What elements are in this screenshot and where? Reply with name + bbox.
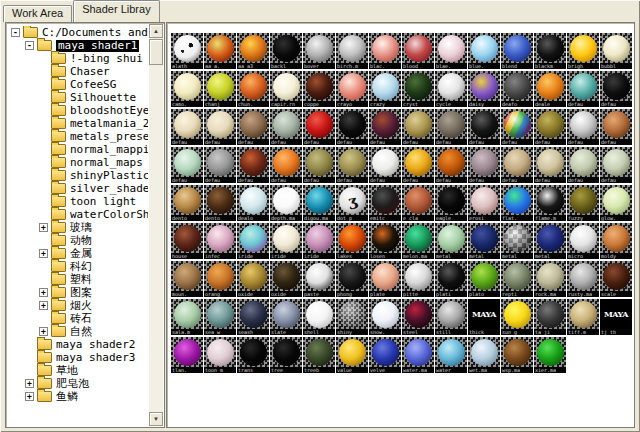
shader-thumbnail[interactable]: erosi xyxy=(468,185,500,221)
expand-toggle-icon[interactable]: + xyxy=(39,249,48,258)
shader-thumbnail[interactable]: deale xyxy=(534,71,566,107)
shader-thumbnail[interactable]: emitc xyxy=(369,185,401,221)
shader-thumbnail[interactable]: slate xyxy=(270,299,302,335)
shader-thumbnail[interactable]: sala.m xyxy=(171,299,203,335)
shader-thumbnail[interactable]: melon.ma xyxy=(402,223,434,259)
shader-thumbnail[interactable]: crayo xyxy=(336,71,368,107)
expand-toggle-icon[interactable]: + xyxy=(25,392,34,401)
shader-thumbnail[interactable]: xier.ma xyxy=(534,337,566,373)
tree-item[interactable]: toon light xyxy=(8,195,148,208)
shader-thumbnail[interactable]: rusty.ma xyxy=(567,261,599,297)
tree-item[interactable]: +玻璃 xyxy=(8,221,148,234)
expand-toggle-icon[interactable]: + xyxy=(39,223,48,232)
shader-thumbnail[interactable]: steel xyxy=(402,299,434,335)
shader-thumbnail[interactable]: blackm xyxy=(534,33,566,69)
shader-thumbnail[interactable]: plato xyxy=(468,261,500,297)
shader-thumbnail[interactable]: defau xyxy=(534,147,566,183)
shader-thumbnail[interactable]: wet.ma xyxy=(468,337,500,373)
expand-toggle-icon[interactable]: + xyxy=(39,327,48,336)
shader-thumbnail[interactable]: defau xyxy=(237,109,269,145)
shader-thumbnail[interactable]: backl xyxy=(270,33,302,69)
shader-thumbnail[interactable]: cryst xyxy=(402,71,434,107)
shader-thumbnail[interactable]: defau xyxy=(204,147,236,183)
shader-thumbnail[interactable]: defau xyxy=(567,147,599,183)
tree-item[interactable]: +金属 xyxy=(8,247,148,260)
shader-thumbnail[interactable]: metal xyxy=(468,223,500,259)
shader-thumbnail[interactable]: defau xyxy=(204,109,236,145)
shader-thumbnail[interactable]: iride xyxy=(303,223,335,259)
expand-toggle-icon[interactable]: + xyxy=(39,288,48,297)
shader-thumbnail[interactable]: defau xyxy=(600,71,632,107)
shader-thumbnail[interactable]: depth.ma xyxy=(270,185,302,221)
shader-thumbnail[interactable]: snow. xyxy=(369,299,401,335)
shader-thumbnail[interactable]: aa_a. xyxy=(204,33,236,69)
shader-thumbnail[interactable]: digou.ma xyxy=(303,185,335,221)
tree-item[interactable]: -maya shader1 xyxy=(8,39,148,52)
shader-thumbnail[interactable]: oxide xyxy=(270,261,302,297)
shader-thumbnail[interactable]: ta_ji xyxy=(534,299,566,335)
shader-thumbnail[interactable]: metal xyxy=(501,223,533,259)
shader-thumbnail[interactable]: iride xyxy=(270,223,302,259)
shader-thumbnail[interactable]: defau xyxy=(435,109,467,145)
shader-thumbnail[interactable]: plate xyxy=(369,261,401,297)
tree-item[interactable]: 科幻 xyxy=(8,260,148,273)
shader-thumbnail[interactable]: aa_a3 xyxy=(237,33,269,69)
tree-item[interactable]: maya shader2 xyxy=(8,338,148,351)
shader-thumbnail[interactable]: brigh xyxy=(567,33,599,69)
shader-thumbnail[interactable]: defau xyxy=(435,147,467,183)
shader-thumbnail[interactable]: velve xyxy=(369,337,401,373)
shader-thumbnail[interactable]: defau xyxy=(270,147,302,183)
shader-thumbnail[interactable]: blend xyxy=(501,33,533,69)
shader-thumbnail[interactable]: sea_w xyxy=(204,299,236,335)
shader-thumbnail[interactable]: oxide xyxy=(237,261,269,297)
shader-thumbnail[interactable]: defau xyxy=(402,109,434,145)
tree-item[interactable]: bloodshotEye xyxy=(8,104,148,117)
shader-thumbnail[interactable]: trans xyxy=(237,337,269,373)
shader-thumbnail[interactable]: shiny xyxy=(336,299,368,335)
shader-thumbnail[interactable]: seash xyxy=(237,299,269,335)
shader-thumbnail[interactable]: moun. xyxy=(171,261,203,297)
shader-thumbnail[interactable]: dot_p xyxy=(336,185,368,221)
shader-thumbnail[interactable]: iride xyxy=(237,223,269,259)
shader-thumbnail[interactable]: pitte xyxy=(402,261,434,297)
shader-thumbnail[interactable]: chun. xyxy=(237,71,269,107)
shader-thumbnail[interactable]: defau xyxy=(468,109,500,145)
shader-thumbnail[interactable]: moldy xyxy=(600,223,632,259)
shader-thumbnail[interactable]: cycle xyxy=(435,71,467,107)
shader-thumbnail[interactable]: defau xyxy=(303,147,335,183)
shader-thumbnail[interactable]: MAYAthick xyxy=(468,299,500,335)
shader-thumbnail[interactable]: alath xyxy=(171,33,203,69)
shader-thumbnail[interactable]: defau xyxy=(270,109,302,145)
shader-thumbnail[interactable]: defau xyxy=(534,109,566,145)
tree-item[interactable]: 塑料 xyxy=(8,273,148,286)
tree-item[interactable]: CofeeSG xyxy=(8,78,148,91)
expand-toggle-icon[interactable]: - xyxy=(25,41,34,50)
shader-thumbnail[interactable]: metal xyxy=(534,223,566,259)
shader-thumbnail[interactable]: flame.m xyxy=(534,185,566,221)
tab-shader-libray[interactable]: Shader Libray xyxy=(73,0,160,22)
shader-thumbnail[interactable]: tiff.m xyxy=(567,299,599,335)
shader-thumbnail[interactable]: blac. xyxy=(369,33,401,69)
tree-item[interactable]: 草地 xyxy=(8,364,148,377)
tree-item[interactable]: metalmania_2 xyxy=(8,117,148,130)
shader-thumbnail[interactable]: defau xyxy=(237,147,269,183)
shader-thumbnail[interactable]: defau xyxy=(369,109,401,145)
shader-thumbnail[interactable]: defau xyxy=(303,109,335,145)
shader-thumbnail[interactable]: bubbl xyxy=(600,33,632,69)
shader-thumbnail[interactable]: shell xyxy=(303,299,335,335)
shader-thumbnail[interactable]: eagle xyxy=(435,185,467,221)
tree-item[interactable]: +烟火 xyxy=(8,299,148,312)
tree-item[interactable]: 砖石 xyxy=(8,312,148,325)
tab-work-area[interactable]: Work Area xyxy=(3,5,72,22)
shader-thumbnail[interactable]: blood xyxy=(402,33,434,69)
tree-scrollbar[interactable]: ▲ ▼ xyxy=(149,24,163,426)
shader-thumbnail[interactable]: defau xyxy=(369,147,401,183)
shader-thumbnail[interactable]: defau xyxy=(171,147,203,183)
shader-thumbnail[interactable]: dento xyxy=(204,185,236,221)
shader-thumbnail[interactable]: capir.rn xyxy=(270,71,302,107)
scroll-down-icon[interactable]: ▼ xyxy=(149,412,163,426)
shader-thumbnail[interactable]: dealo xyxy=(237,185,269,221)
shader-thumbnail[interactable]: plati xyxy=(435,261,467,297)
tree-item[interactable]: maya shader3 xyxy=(8,351,148,364)
tree-item[interactable]: -C:/Documents and xyxy=(8,26,148,39)
